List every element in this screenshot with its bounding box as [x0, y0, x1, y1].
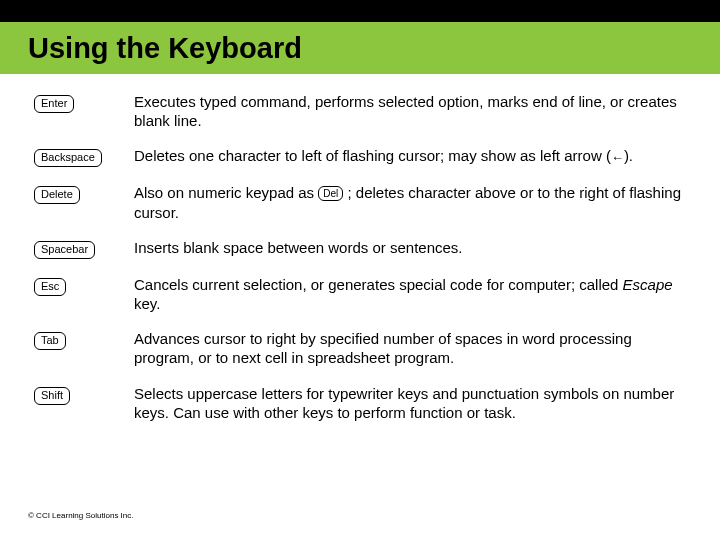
copyright-footer: © CCI Learning Solutions Inc.	[28, 511, 134, 520]
key-description: Deletes one character to left of flashin…	[128, 140, 692, 177]
key-description: Also on numeric keypad as Del ; deletes …	[128, 177, 692, 231]
keyboard-table: Enter Executes typed command, performs s…	[28, 86, 692, 432]
left-arrow-icon: ←	[611, 150, 624, 165]
page-title: Using the Keyboard	[28, 32, 302, 65]
keycap-spacebar: Spacebar	[34, 241, 95, 259]
table-row: Esc Cancels current selection, or genera…	[28, 269, 692, 323]
keycap-backspace: Backspace	[34, 149, 102, 167]
title-bar: Using the Keyboard	[0, 22, 720, 74]
keycap-tab: Tab	[34, 332, 66, 350]
key-description: Inserts blank space between words or sen…	[128, 232, 692, 269]
escape-italic: Escape	[623, 276, 673, 293]
key-description: Advances cursor to right by specified nu…	[128, 323, 692, 377]
key-description: Selects uppercase letters for typewriter…	[128, 378, 692, 432]
key-description: Executes typed command, performs selecte…	[128, 86, 692, 140]
table-row: Enter Executes typed command, performs s…	[28, 86, 692, 140]
keycap-shift: Shift	[34, 387, 70, 405]
keycap-enter: Enter	[34, 95, 74, 113]
keycap-esc: Esc	[34, 278, 66, 296]
keycap-del-inline: Del	[318, 186, 343, 201]
table-row: Spacebar Inserts blank space between wor…	[28, 232, 692, 269]
table-row: Backspace Deletes one character to left …	[28, 140, 692, 177]
keycap-delete: Delete	[34, 186, 80, 204]
key-description: Cancels current selection, or generates …	[128, 269, 692, 323]
top-black-strip	[0, 0, 720, 22]
table-row: Delete Also on numeric keypad as Del ; d…	[28, 177, 692, 231]
content-area: Enter Executes typed command, performs s…	[0, 74, 720, 432]
table-row: Tab Advances cursor to right by specifie…	[28, 323, 692, 377]
table-row: Shift Selects uppercase letters for type…	[28, 378, 692, 432]
